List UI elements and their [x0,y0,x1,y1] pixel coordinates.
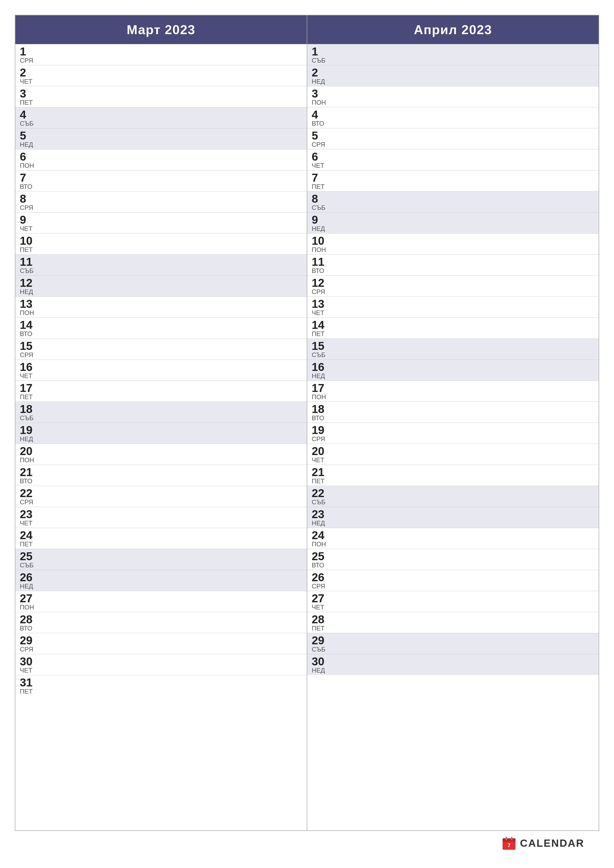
day-info: 17ПОН [312,382,331,400]
day-row: 8СЪБ [307,191,598,212]
day-number: 21 [312,467,331,478]
day-name: ВТО [20,478,40,484]
calendar-logo: 7 CALENDAR [502,836,584,850]
day-number: 16 [312,361,331,373]
day-row: 23ЧЕТ [16,507,307,528]
day-name: ПЕТ [312,625,331,631]
day-row: 11ВТО [307,254,598,275]
day-number: 4 [312,109,331,120]
day-name: НЕД [312,373,331,379]
day-number: 24 [20,530,40,541]
day-number: 16 [20,361,40,373]
day-info: 15СЪБ [312,340,331,358]
day-info: 7ПЕТ [312,172,331,190]
day-row: 6ПОН [16,149,307,170]
day-name: ЧЕТ [20,520,40,526]
day-name: СЪБ [312,646,331,653]
day-info: 26НЕД [20,572,40,589]
day-name: СЪБ [20,268,40,274]
day-info: 10ПЕТ [20,235,40,253]
day-number: 19 [312,424,331,436]
day-name: ПЕТ [20,394,40,400]
day-row: 5СРЯ [307,128,598,149]
day-row: 10ПЕТ [16,233,307,254]
day-info: 25СЪБ [20,550,40,568]
day-name: ПЕТ [312,478,331,484]
day-row: 30НЕД [307,654,598,675]
day-row: 17ПОН [307,381,598,401]
svg-rect-2 [505,837,507,840]
month-header-2: Април 2023 [307,16,598,44]
footer: 7 CALENDAR [15,831,599,853]
day-name: НЕД [312,225,331,232]
day-row: 21ПЕТ [307,465,598,486]
day-info: 31ПЕТ [20,677,40,694]
day-row: 22СРЯ [16,486,307,507]
day-info: 15СРЯ [20,340,40,358]
day-info: 27ПОН [20,593,40,611]
day-row: 28ВТО [16,612,307,633]
day-row: 7ПЕТ [307,170,598,191]
day-number: 15 [20,340,40,352]
day-name: ЧЕТ [20,225,40,232]
day-number: 30 [312,656,331,667]
day-info: 26СРЯ [312,572,331,589]
day-row: 8СРЯ [16,191,307,212]
day-info: 12СРЯ [312,277,331,295]
day-number: 11 [312,256,331,268]
day-number: 2 [20,67,40,78]
day-info: 25ВТО [312,550,331,568]
day-row: 18СЪБ [16,401,307,423]
day-info: 21ПЕТ [312,467,331,484]
day-row: 20ПОН [16,444,307,465]
day-info: 3ПЕТ [20,88,40,105]
day-number: 26 [20,572,40,583]
day-name: ПОН [312,394,331,400]
day-row: 11СЪБ [16,254,307,275]
day-number: 24 [312,530,331,541]
day-name: ЧЕТ [312,457,331,463]
day-info: 6ПОН [20,151,40,169]
day-name: ЧЕТ [20,667,40,674]
day-number: 20 [312,445,331,457]
day-info: 5СРЯ [312,130,331,148]
day-name: НЕД [312,520,331,526]
day-number: 26 [312,572,331,583]
calendar-icon: 7 [502,836,516,850]
day-row: 21ВТО [16,465,307,486]
day-name: ЧЕТ [312,310,331,316]
logo-text: CALENDAR [520,837,584,849]
day-info: 29СРЯ [20,635,40,653]
day-info: 4СЪБ [20,109,40,127]
day-info: 20ЧЕТ [312,445,331,463]
day-row: 13ЧЕТ [307,296,598,318]
day-row: 25СЪБ [16,549,307,570]
day-name: НЕД [20,141,40,148]
day-row: 10ПОН [307,233,598,254]
svg-text:7: 7 [508,842,510,848]
day-name: СРЯ [312,436,331,442]
day-number: 17 [20,382,40,394]
day-row: 3ПЕТ [16,86,307,107]
day-info: 30ЧЕТ [20,656,40,674]
day-name: НЕД [312,78,331,85]
day-name: ВТО [312,120,331,127]
day-name: СЪБ [20,415,40,421]
day-info: 4ВТО [312,109,331,127]
day-info: 8СРЯ [20,193,40,211]
day-info: 23ЧЕТ [20,508,40,526]
day-number: 5 [20,130,40,141]
day-number: 20 [20,445,40,457]
day-info: 19НЕД [20,424,40,442]
day-info: 18СЪБ [20,403,40,421]
day-number: 8 [312,193,331,205]
day-number: 29 [20,635,40,646]
day-name: СРЯ [20,499,40,505]
day-name: СРЯ [20,352,40,358]
day-name: ПОН [20,162,40,169]
day-name: СЪБ [20,120,40,127]
day-number: 7 [20,172,40,183]
day-row: 14ПЕТ [307,318,598,338]
day-number: 27 [20,593,40,604]
day-number: 18 [312,403,331,415]
